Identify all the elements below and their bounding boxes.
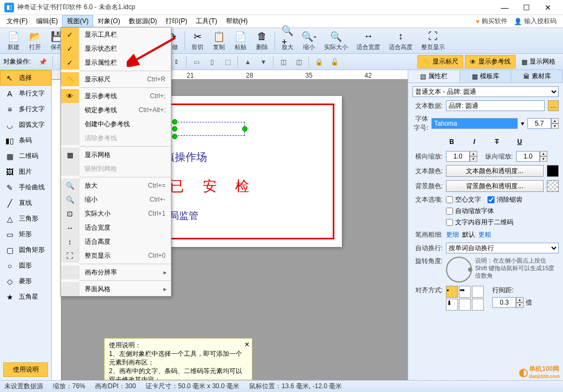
tool-多行文字[interactable]: ≡多行文字 <box>0 101 51 117</box>
tool-五角星[interactable]: ★五角星 <box>0 289 51 305</box>
menu-edit[interactable]: 编辑(E) <box>32 16 62 27</box>
tool-图片[interactable]: 🖼图片 <box>0 164 51 180</box>
menuitem-清除参考线[interactable]: 清除参考线 <box>61 131 171 145</box>
tool-直线[interactable]: ╱直线 <box>0 195 51 211</box>
text-type-combo[interactable]: 普通文本 - 品牌: 圆通 <box>413 86 559 97</box>
menu-object[interactable]: 对象(O) <box>93 16 124 27</box>
unlock-icon[interactable]: 🔓 <box>327 56 341 68</box>
same-width-icon[interactable]: ▭ <box>189 56 203 68</box>
menuitem-适合高度[interactable]: ↕适合高度 <box>61 235 171 249</box>
italic-button[interactable]: I <box>469 136 480 148</box>
menuitem-放大[interactable]: 🔍放大Ctrl+= <box>61 178 171 192</box>
autofont-checkbox[interactable]: 自动缩放字体 <box>446 207 559 216</box>
strike-button[interactable]: T <box>491 136 503 148</box>
menuitem-缩小[interactable]: 🔍缩小Ctrl+- <box>61 192 171 207</box>
close-button[interactable]: ✕ <box>537 0 559 15</box>
tool-二维码[interactable]: ▦二维码 <box>0 148 51 164</box>
toolbar-粘贴[interactable]: 📄粘贴 <box>230 29 251 53</box>
menuitem-画布分辨率[interactable]: 画布分辨率▸ <box>61 265 171 279</box>
help-button[interactable]: 使用说明 <box>3 362 48 377</box>
font-name-combo[interactable] <box>431 118 518 129</box>
toolbar-适合高度[interactable]: ↕适合高度 <box>385 29 416 53</box>
bring-front-icon[interactable]: ▲ <box>241 56 255 68</box>
group-icon[interactable]: ◫ <box>276 56 290 68</box>
menuitem-显示属性栏[interactable]: ✓显示属性栏 <box>61 56 171 70</box>
menuitem-显示状态栏[interactable]: ✓显示状态栏 <box>61 42 171 56</box>
same-height-icon[interactable]: ▯ <box>205 56 219 68</box>
stroke-bolder[interactable]: 更粗 <box>478 230 491 239</box>
toolbar-打开[interactable]: 📂打开 <box>25 29 45 53</box>
maximize-button[interactable]: ☐ <box>516 0 537 15</box>
enter-license-link[interactable]: 👤输入授权码 <box>514 17 557 26</box>
tool-单行文字[interactable]: A单行文字 <box>0 86 51 101</box>
bold-button[interactable]: B <box>446 136 458 148</box>
text-data-input[interactable] <box>446 100 545 111</box>
bg-color-button[interactable]: 背景颜色和透明度... <box>446 180 544 192</box>
tool-条码[interactable]: ▮▯条码 <box>0 133 51 148</box>
tool-手绘曲线[interactable]: ✎手绘曲线 <box>0 180 51 195</box>
font-size-up[interactable]: ▴ <box>551 118 559 123</box>
buy-software-link[interactable]: ♥购买软件 <box>476 17 507 26</box>
text-data-more-button[interactable]: … <box>548 100 559 111</box>
ungroup-icon[interactable]: ◫ <box>292 56 306 68</box>
align-tr[interactable] <box>472 286 484 298</box>
font-size-input[interactable] <box>527 118 551 129</box>
distribute-v-icon[interactable]: ⇕ <box>169 56 183 68</box>
toolbar-实际大小[interactable]: 🔍实际大小 <box>320 29 352 53</box>
underline-button[interactable]: U <box>514 136 526 148</box>
align-tl[interactable]: ▪ <box>446 286 458 298</box>
align-ml[interactable]: ⬇ <box>446 299 458 311</box>
align-tc[interactable]: ➡ <box>459 286 471 298</box>
toolbar-剪切[interactable]: ✂剪切 <box>187 29 208 53</box>
align-mr[interactable] <box>472 299 484 311</box>
bg-color-swatch[interactable] <box>547 180 559 192</box>
wrap-combo[interactable]: 按单词自动换行 <box>446 243 559 253</box>
menuitem-界面风格[interactable]: 界面风格▸ <box>61 282 171 296</box>
tool-圆角矩形[interactable]: ▢圆角矩形 <box>0 242 51 258</box>
menuitem-实际大小[interactable]: ⊡实际大小Ctrl+1 <box>61 207 171 221</box>
tab-assets[interactable]: 🏛素材库 <box>511 70 563 82</box>
menuitem-显示网格[interactable]: ▦显示网格 <box>61 148 171 162</box>
toolbar-缩小[interactable]: 🔍-缩小 <box>299 29 319 53</box>
tool-三角形[interactable]: △三角形 <box>0 211 51 226</box>
menuitem-显示参考线[interactable]: 👁显示参考线Ctrl+; <box>61 89 171 103</box>
menuitem-显示标尺[interactable]: 📏显示标尺Ctrl+R <box>61 72 171 86</box>
hollow-text-checkbox[interactable]: 空心文字 <box>446 195 481 204</box>
tool-pin-icon[interactable]: 📌 <box>36 56 50 68</box>
lock-icon[interactable]: 🔒 <box>312 56 326 68</box>
text-color-button[interactable]: 文本颜色和透明度... <box>446 165 544 177</box>
minimize-button[interactable]: — <box>494 0 516 15</box>
font-size-down[interactable]: ▾ <box>551 123 559 129</box>
toolbar-整页显示[interactable]: ⛶整页显示 <box>417 29 449 53</box>
menu-file[interactable]: 文件(F) <box>2 16 32 27</box>
tab-templates[interactable]: ▦模板库 <box>460 70 512 82</box>
vscale-input[interactable] <box>516 151 540 162</box>
menu-print[interactable]: 打印(P) <box>161 16 191 27</box>
menu-datasource[interactable]: 数据源(D) <box>125 16 162 27</box>
tool-圆形[interactable]: ○圆形 <box>0 258 51 273</box>
tool-菱形[interactable]: ◇菱形 <box>0 273 51 289</box>
menuitem-锁定参考线[interactable]: 锁定参考线Ctrl+Alt+; <box>61 103 171 117</box>
toolbar-放大[interactable]: 🔍+放大 <box>277 29 298 53</box>
toolbar-删除[interactable]: 🗑删除 <box>252 29 272 53</box>
menu-view[interactable]: 视图(V) <box>62 15 93 27</box>
menuitem-适合宽度[interactable]: ↔适合宽度 <box>61 221 171 235</box>
tool-矩形[interactable]: ▭矩形 <box>0 226 51 242</box>
info-close-button[interactable]: ✕ <box>244 340 250 349</box>
stroke-default[interactable]: 默认 <box>462 230 475 239</box>
menu-tools[interactable]: 工具(T) <box>191 16 221 27</box>
menuitem-整页显示[interactable]: ⛶整页显示Ctrl+0 <box>61 249 171 263</box>
toggle-ruler[interactable]: 📏显示标尺 <box>417 55 463 68</box>
antialias-checkbox[interactable]: 消除锯齿 <box>488 195 523 204</box>
menuitem-显示工具栏[interactable]: ✓显示工具栏 <box>61 27 171 42</box>
send-back-icon[interactable]: ▼ <box>256 56 270 68</box>
toolbar-复制[interactable]: 📋复制 <box>209 29 229 53</box>
qr-content-checkbox[interactable]: 文字内容用于二维码 <box>446 218 559 227</box>
toggle-guides[interactable]: 👁显示参考线 <box>465 55 516 68</box>
toolbar-新建[interactable]: 📄新建 <box>3 29 24 53</box>
linespace-input[interactable] <box>492 297 516 308</box>
hscale-input[interactable] <box>446 151 470 162</box>
rotate-dial[interactable] <box>446 257 472 283</box>
menu-help[interactable]: 帮助(H) <box>222 16 252 27</box>
tab-properties[interactable]: ▤属性栏 <box>408 70 460 82</box>
